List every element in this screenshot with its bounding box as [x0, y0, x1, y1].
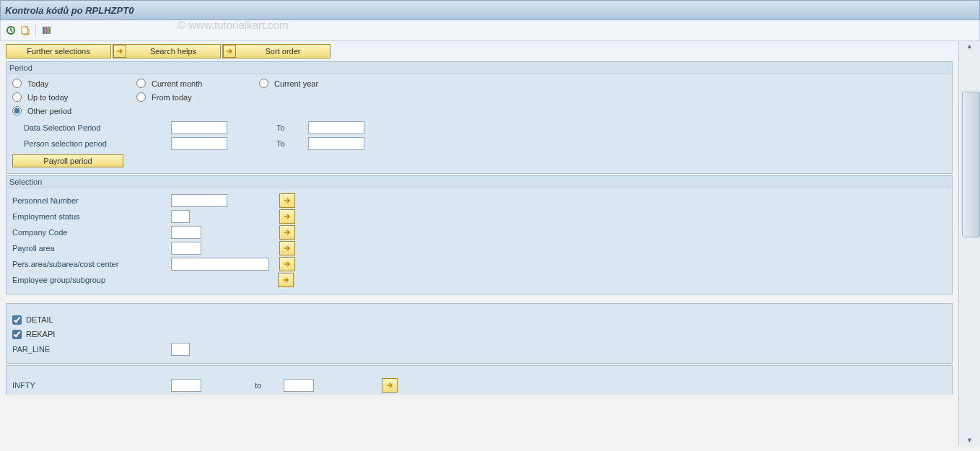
- field-label: Pers.area/subarea/cost center: [12, 260, 171, 268]
- field-label: Company Code: [12, 228, 171, 237]
- svg-rect-5: [45, 27, 48, 34]
- data-selection-to-input[interactable]: [308, 121, 364, 134]
- button-label: Further selections: [27, 47, 89, 56]
- button-label: Search helps: [126, 47, 220, 56]
- options-group: DETAIL REKAPI PAR_LINE: [6, 303, 953, 364]
- payroll-area-input[interactable]: [171, 242, 201, 255]
- field-label: Personnel Number: [12, 196, 171, 205]
- main-content: Further selections Search helps Sort ord…: [0, 41, 958, 445]
- infty-from-input[interactable]: [171, 379, 201, 392]
- par-line-input[interactable]: [171, 343, 190, 356]
- field-label: INFTY: [12, 381, 171, 390]
- multiselect-arrow-icon[interactable]: [279, 193, 295, 208]
- to-label: To: [276, 139, 305, 148]
- company-code-input[interactable]: [171, 226, 201, 239]
- radio-label: Today: [27, 79, 48, 88]
- field-label: Person selection period: [12, 139, 168, 148]
- top-button-row: Further selections Search helps Sort ord…: [0, 41, 958, 61]
- field-label: Payroll area: [12, 244, 171, 253]
- further-selections-button[interactable]: Further selections: [6, 44, 111, 58]
- svg-rect-4: [43, 27, 45, 34]
- employment-status-input[interactable]: [171, 210, 190, 223]
- pers-area-input[interactable]: [171, 258, 269, 271]
- multiselect-arrow-icon[interactable]: [279, 241, 295, 255]
- payroll-period-button[interactable]: Payroll period: [12, 154, 123, 167]
- period-group: Period Today Current month Current year …: [6, 61, 953, 174]
- radio-label: Other period: [27, 107, 71, 115]
- arrow-right-icon: [223, 45, 236, 58]
- sort-order-button[interactable]: Sort order: [222, 44, 331, 58]
- vertical-scrollbar[interactable]: ▲ ▼: [958, 41, 980, 445]
- person-selection-from-input[interactable]: [171, 137, 227, 150]
- rekapi-checkbox-input[interactable]: [12, 330, 22, 339]
- scroll-thumb[interactable]: [962, 92, 980, 237]
- infty-group: INFTY to: [6, 365, 953, 395]
- radio-current-month[interactable]: Current month: [136, 79, 256, 88]
- group-title: Period: [6, 62, 952, 74]
- scroll-down-icon[interactable]: ▼: [959, 435, 980, 445]
- radio-label: Up to today: [27, 93, 68, 102]
- separator: [35, 25, 36, 36]
- infty-to-input[interactable]: [284, 379, 314, 392]
- field-label: Employee group/subgroup: [12, 276, 171, 284]
- field-label: Data Selection Period: [12, 123, 168, 132]
- settings-icon[interactable]: [40, 25, 52, 36]
- radio-label: Current year: [274, 79, 318, 88]
- personnel-number-input[interactable]: [171, 194, 227, 207]
- multiselect-arrow-icon[interactable]: [279, 225, 295, 240]
- radio-from-today[interactable]: From today: [136, 92, 256, 102]
- checkbox-label: DETAIL: [26, 315, 53, 324]
- svg-line-2: [11, 30, 12, 32]
- person-selection-to-input[interactable]: [308, 137, 364, 150]
- field-label: Employment status: [12, 212, 171, 221]
- watermark: © www.tutorialkart.com: [178, 19, 289, 31]
- radio-label: From today: [152, 93, 192, 102]
- title-bar: Kontrola kódů po RPLHZPT0: [0, 0, 980, 20]
- arrow-right-icon: [113, 45, 126, 58]
- radio-label: Current month: [152, 79, 202, 88]
- checkbox-detail[interactable]: DETAIL: [12, 312, 946, 327]
- button-label: Sort order: [236, 47, 330, 56]
- multiselect-arrow-icon[interactable]: [279, 209, 295, 224]
- to-label: to: [255, 381, 284, 390]
- radio-other-period[interactable]: Other period: [12, 106, 134, 115]
- radio-current-year[interactable]: Current year: [259, 79, 382, 88]
- detail-checkbox-input[interactable]: [12, 315, 22, 325]
- search-helps-button[interactable]: Search helps: [113, 44, 221, 58]
- checkbox-rekapi[interactable]: REKAPI: [12, 327, 946, 341]
- button-label: Payroll period: [43, 157, 92, 165]
- radio-up-to-today[interactable]: Up to today: [12, 92, 134, 102]
- field-label: PAR_LINE: [12, 345, 171, 354]
- to-label: To: [276, 123, 305, 132]
- radio-today[interactable]: Today: [12, 79, 134, 88]
- app-toolbar: © www.tutorialkart.com: [0, 20, 980, 41]
- group-title: Selection: [6, 176, 952, 188]
- execute-icon[interactable]: [5, 25, 17, 36]
- multiselect-arrow-icon[interactable]: [278, 273, 294, 287]
- checkbox-label: REKAPI: [26, 330, 55, 338]
- multiselect-arrow-icon[interactable]: [279, 257, 295, 271]
- scroll-up-icon[interactable]: ▲: [959, 41, 980, 51]
- data-selection-from-input[interactable]: [171, 121, 227, 134]
- page-title: Kontrola kódů po RPLHZPT0: [5, 5, 134, 16]
- svg-rect-6: [48, 27, 51, 34]
- variant-icon[interactable]: [19, 25, 31, 36]
- selection-group: Selection Personnel Number Employment st…: [6, 175, 953, 294]
- multiselect-arrow-icon[interactable]: [382, 378, 398, 393]
